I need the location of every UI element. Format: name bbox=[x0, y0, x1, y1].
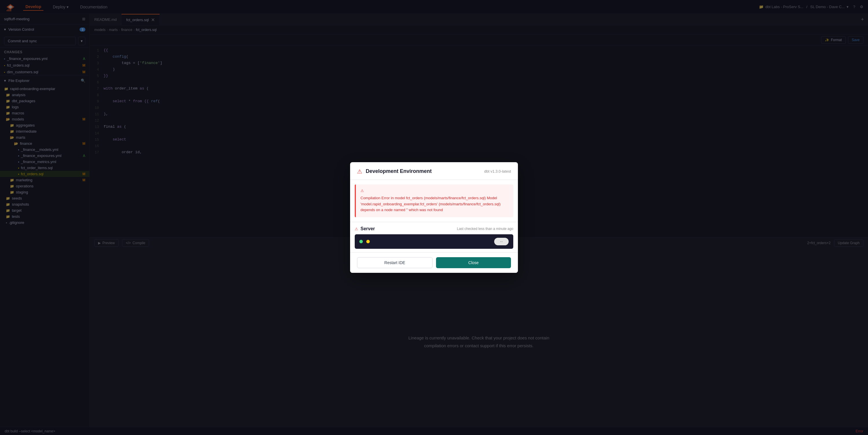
error-section: ⚠ Compilation Error in model fct_orders … bbox=[355, 184, 513, 217]
error-text: Compilation Error in model fct_orders (m… bbox=[361, 195, 509, 213]
compilation-error-icon: ⚠ bbox=[361, 188, 364, 193]
server-dot-green bbox=[359, 240, 363, 243]
server-preview-btn[interactable]: ··· bbox=[494, 238, 509, 245]
modal-body: ⚠ Compilation Error in model fct_orders … bbox=[350, 180, 518, 252]
server-title: Server bbox=[361, 226, 375, 231]
server-error-icon: ⚠ bbox=[355, 227, 358, 231]
server-section: ⚠ Server Last checked less than a minute… bbox=[350, 222, 518, 252]
close-button[interactable]: Close bbox=[436, 257, 511, 268]
modal: ⚠ Development Environment dbt v1.3.0-lat… bbox=[350, 162, 518, 273]
modal-error-icon: ⚠ bbox=[357, 168, 362, 175]
server-dot-yellow bbox=[366, 240, 370, 243]
modal-version: dbt v1.3.0-latest bbox=[484, 169, 511, 173]
modal-title: Development Environment bbox=[366, 168, 432, 174]
modal-footer: Restart IDE Close bbox=[350, 252, 518, 273]
server-last-checked: Last checked less than a minute ago bbox=[457, 227, 513, 231]
server-preview: ··· bbox=[355, 234, 513, 249]
error-section-header: ⚠ bbox=[361, 188, 509, 193]
modal-overlay: ⚠ Development Environment dbt v1.3.0-lat… bbox=[0, 0, 868, 435]
modal-header: ⚠ Development Environment dbt v1.3.0-lat… bbox=[350, 162, 518, 180]
restart-ide-button[interactable]: Restart IDE bbox=[357, 257, 433, 268]
